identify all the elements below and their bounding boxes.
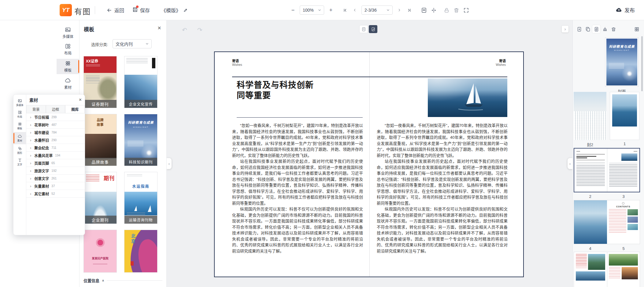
first-page-button[interactable] xyxy=(342,6,348,14)
add-page-button[interactable] xyxy=(575,25,583,33)
prev-page-button[interactable] xyxy=(352,6,358,14)
layout-icon xyxy=(18,110,22,115)
undo-button[interactable]: ↶ xyxy=(182,26,187,34)
spread-edit-view-button[interactable] xyxy=(369,25,377,33)
asset-category-row[interactable]: ›矢量素材37 xyxy=(26,182,85,190)
page-thumb-4-5[interactable]: CONTENTS xyxy=(574,200,640,244)
panel-title: 模板 xyxy=(84,25,94,33)
page-label: 1 xyxy=(610,142,639,146)
layout-icon xyxy=(65,43,71,49)
mini-rail-template[interactable]: 模板 xyxy=(13,120,26,131)
collapse-left-panel-handle[interactable]: ‹ xyxy=(167,158,172,169)
template-thumb-beijing[interactable]: 北京 xyxy=(124,230,157,273)
template-thumb-shipping-guide[interactable]: 水运指南 运输咨询刊物 xyxy=(124,172,157,224)
template-thumb-corporate-culture[interactable]: 企业文化宣传 xyxy=(124,56,157,108)
page-thumb-cover[interactable]: 科研教育与成果 HIGHLIGHT xyxy=(605,37,638,87)
cover-title: 某某妇产医院 xyxy=(84,256,117,260)
title-rule xyxy=(237,117,363,118)
page-select[interactable]: 2-3/36 xyxy=(361,6,393,15)
publish-button[interactable]: 发布 xyxy=(616,5,635,15)
mini-rail-assets[interactable]: 素材 xyxy=(13,132,26,144)
delete-page-button[interactable] xyxy=(609,25,617,33)
chevron-up-icon: ∧ xyxy=(102,279,104,282)
page-thumb-6-7[interactable] xyxy=(574,252,640,287)
back-button[interactable]: 返回 xyxy=(106,6,124,15)
sidebar-item-layout[interactable]: 布局 xyxy=(57,42,79,56)
close-icon[interactable]: × xyxy=(79,97,82,103)
asset-category-row[interactable]: ›旅游文字192 xyxy=(26,167,85,175)
cover-title: 品牌故事 xyxy=(96,118,104,127)
fullscreen-button[interactable] xyxy=(463,6,469,14)
page-label: 2 xyxy=(574,194,607,199)
clear-page-button[interactable] xyxy=(601,25,609,33)
sidebar-item-assets[interactable]: 素材 xyxy=(57,77,79,91)
position-info-toggle[interactable]: 位置信息 ∧ xyxy=(83,278,162,283)
page-thumb-back2[interactable] xyxy=(574,92,606,140)
publish-label: 发布 xyxy=(624,6,635,14)
asset-category-row[interactable]: ›城市建设784 xyxy=(26,129,85,136)
tab-border[interactable]: 边框 xyxy=(46,105,65,113)
sidebar-item-multimedia[interactable]: 多媒体 xyxy=(57,26,79,40)
template-thumb-enterprise-journal[interactable]: 期刊 企业期刊 xyxy=(83,172,117,224)
cover-title: 科研教育与成果 xyxy=(606,44,637,49)
mini-rail-multimedia[interactable]: 多媒体 xyxy=(13,97,26,108)
lock-button[interactable] xyxy=(443,6,450,14)
asset-category-row[interactable]: ›水墨怀旧290 xyxy=(26,136,85,144)
pages-panel: 科研教育与成果 HIGHLIGHT 封面 封2 1 2 3 xyxy=(572,20,644,287)
asset-category-row[interactable]: ›页眉页脚65 xyxy=(26,159,85,167)
tab-background[interactable]: 背景 xyxy=(26,105,46,113)
article-text-right[interactable]: “忽如一夜春风来，千树万树梨花开”，建国70年来，特别是改革开放以来，随着我国经… xyxy=(377,123,508,260)
last-page-button[interactable] xyxy=(406,6,412,14)
category-select[interactable]: 文化内刊 xyxy=(113,39,152,48)
scrollbar-thumb[interactable] xyxy=(641,36,643,91)
template-thumb-securities[interactable]: XX证券 证券期刊 xyxy=(83,56,117,108)
zoom-in-button[interactable]: + xyxy=(328,6,334,14)
mirror-align-button[interactable] xyxy=(431,6,437,14)
cloud-icon xyxy=(18,134,22,138)
zoom-out-button[interactable]: − xyxy=(290,6,296,14)
article-text-left[interactable]: “忽如一夜春风来，千树万树梨花开”，建国70年来，特别是改革开放以来，随着我国经… xyxy=(232,123,363,260)
single-page-view-button[interactable] xyxy=(359,25,368,33)
chevron-down-icon xyxy=(387,9,390,12)
sailboat-photo[interactable] xyxy=(428,78,507,117)
grid-view-button[interactable] xyxy=(633,25,641,33)
redo-button[interactable]: ↷ xyxy=(197,26,202,34)
mini-rail-text[interactable]: 文字 xyxy=(13,157,26,168)
template-thumb-science-journal[interactable]: 科研教育与成果 HIGHLIGHT 科技知识期刊 xyxy=(124,114,157,166)
delete-button[interactable] xyxy=(453,6,459,14)
page-settings-button[interactable] xyxy=(421,6,427,14)
duplicate-page-button[interactable] xyxy=(584,25,592,33)
page-thumb-1[interactable] xyxy=(610,92,639,140)
asset-category-row[interactable]: ›创意文字261 xyxy=(26,175,85,182)
asset-category-row[interactable]: ›其它素材52 xyxy=(26,190,85,198)
mini-rail-layout[interactable]: 布局 xyxy=(13,109,26,120)
template-thumb-hospital[interactable]: 某某妇产医院 xyxy=(83,230,117,273)
asset-category-row[interactable]: ›花草树叶487 xyxy=(26,121,85,129)
close-icon[interactable]: × xyxy=(156,25,163,31)
asset-category-row[interactable]: ›节日祝福299 xyxy=(26,113,85,121)
page-thumb-2-3-selected[interactable] xyxy=(574,148,640,192)
rename-pencil-icon[interactable] xyxy=(183,8,188,13)
chevron-right-icon: › xyxy=(30,184,31,188)
expand-right-panel-handle[interactable]: › xyxy=(568,158,572,169)
article-title[interactable]: 科学普及与科技创新 同等重要 xyxy=(237,80,314,101)
mini-rail-shapes[interactable]: 图形 xyxy=(13,145,26,156)
expand-right-panel-button[interactable]: › xyxy=(562,26,568,32)
asset-category-row[interactable]: ›聚会纪念711 xyxy=(26,144,85,152)
replace-page-button[interactable] xyxy=(592,25,600,33)
sidebar-item-template[interactable]: 模板 xyxy=(57,59,79,74)
asset-category-row[interactable]: ›水墨风花草194 xyxy=(26,152,85,159)
zoom-select[interactable]: 100% xyxy=(300,6,324,15)
save-button[interactable]: 保存 xyxy=(132,6,150,15)
document-spread[interactable]: 寄语 Wishes 科学普及与科技创新 同等重要 “忽如一夜春风来，千树万树梨花… xyxy=(214,51,524,277)
cloud-upload-icon xyxy=(616,6,622,13)
next-page-button[interactable] xyxy=(396,6,402,14)
position-info-label: 位置信息 xyxy=(83,278,99,283)
chevron-down-icon xyxy=(146,42,149,45)
template-thumb-brand-story[interactable]: 品牌故事 品牌故事 xyxy=(83,114,117,166)
sail-shape xyxy=(148,205,151,212)
image-icon xyxy=(18,99,22,103)
tab-gallery[interactable]: 图库 xyxy=(65,105,85,113)
back-label: 返回 xyxy=(114,6,124,14)
app-logo: YT xyxy=(60,4,72,16)
